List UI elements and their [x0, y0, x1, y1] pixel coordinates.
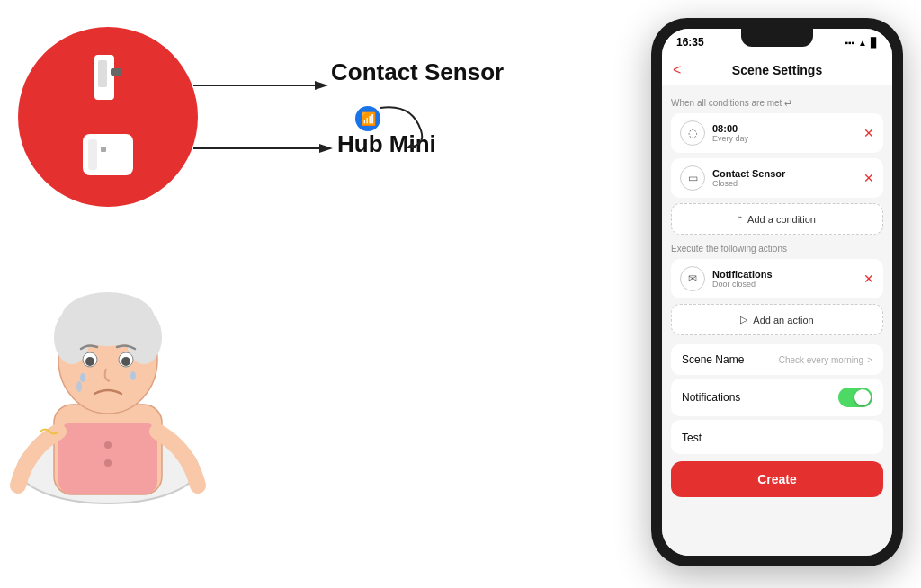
svg-point-26	[76, 381, 82, 392]
page-title: Scene Settings	[732, 63, 822, 77]
create-button[interactable]: Create	[671, 461, 883, 497]
contact-sensor-device	[91, 55, 125, 116]
phone-notch	[741, 29, 813, 47]
svg-point-15	[104, 459, 112, 467]
conditions-section-label: When all conditions are met ⇄	[671, 98, 883, 108]
svg-rect-5	[101, 147, 106, 152]
svg-point-23	[85, 357, 94, 366]
add-condition-label: Add a condition	[747, 214, 816, 225]
test-row[interactable]: Test	[671, 420, 883, 454]
condition-time-text: 08:00 Every day	[712, 123, 748, 143]
phone-screen: 16:35 ▪▪▪ ▲ ▊ < Scene Settings When all …	[662, 29, 892, 556]
add-action-button[interactable]: ▷ Add an action	[671, 304, 883, 335]
svg-rect-2	[111, 68, 121, 76]
contact-sensor-label: Contact Sensor	[331, 58, 504, 86]
scene-name-label: Scene Name	[682, 353, 744, 366]
bell-icon: ✉	[680, 266, 705, 291]
svg-rect-1	[98, 60, 107, 87]
status-time: 16:35	[676, 36, 704, 49]
svg-marker-9	[319, 144, 333, 153]
chevron-right-icon: >	[867, 355, 872, 365]
illustration-area: Contact Sensor Hub Mini 📶	[0, 0, 558, 588]
condition-sensor-text: Contact Sensor Closed	[712, 168, 785, 188]
svg-rect-4	[88, 139, 97, 170]
wifi-icon: ▲	[858, 38, 867, 48]
svg-point-14	[104, 441, 112, 449]
add-condition-button[interactable]: ˵ Add a condition	[671, 203, 883, 235]
add-condition-icon: ˵	[738, 213, 742, 225]
test-label: Test	[682, 432, 702, 444]
back-button[interactable]: <	[673, 62, 681, 78]
scene-name-row[interactable]: Scene Name Check every morning >	[671, 344, 883, 375]
bt-curved-arrow	[376, 103, 430, 152]
remove-sensor-condition-button[interactable]: ✕	[863, 171, 874, 185]
action-notifications-card[interactable]: ✉ Notifications Door closed ✕	[671, 259, 883, 298]
signal-icon: ▪▪▪	[845, 38, 854, 48]
svg-point-24	[121, 357, 130, 366]
phone-mockup: 16:35 ▪▪▪ ▲ ▊ < Scene Settings When all …	[651, 18, 903, 566]
hub-mini-device	[83, 134, 133, 175]
actions-section-label: Execute the following actions	[671, 244, 883, 254]
action-notifications-left: ✉ Notifications Door closed	[680, 266, 773, 291]
door-icon: ▭	[680, 165, 705, 191]
remove-notification-action-button[interactable]: ✕	[863, 272, 874, 286]
add-action-label: Add an action	[753, 315, 813, 325]
condition-sensor-card[interactable]: ▭ Contact Sensor Closed ✕	[671, 158, 883, 198]
notifications-row[interactable]: Notifications	[671, 379, 883, 416]
scene-name-value: Check every morning >	[779, 355, 872, 365]
arrow-contact	[193, 76, 328, 98]
condition-time-left: ◌ 08:00 Every day	[680, 120, 748, 146]
app-header: < Scene Settings	[662, 56, 892, 85]
person-illustration	[0, 180, 495, 566]
svg-rect-13	[58, 423, 157, 494]
notifications-label: Notifications	[682, 391, 740, 404]
clock-icon: ◌	[680, 120, 705, 146]
action-notifications-text: Notifications Door closed	[712, 269, 773, 289]
arrow-hub	[193, 139, 333, 161]
svg-marker-7	[315, 81, 328, 90]
status-icons: ▪▪▪ ▲ ▊	[845, 38, 878, 48]
add-action-icon: ▷	[740, 314, 747, 325]
condition-time-card[interactable]: ◌ 08:00 Every day ✕	[671, 113, 883, 153]
app-content: When all conditions are met ⇄ ◌ 08:00 Ev…	[662, 85, 892, 556]
remove-time-condition-button[interactable]: ✕	[863, 126, 874, 140]
condition-sensor-left: ▭ Contact Sensor Closed	[680, 165, 785, 191]
battery-icon: ▊	[871, 38, 878, 48]
notifications-toggle[interactable]	[838, 388, 872, 407]
svg-point-25	[80, 373, 85, 382]
svg-point-27	[130, 371, 136, 380]
